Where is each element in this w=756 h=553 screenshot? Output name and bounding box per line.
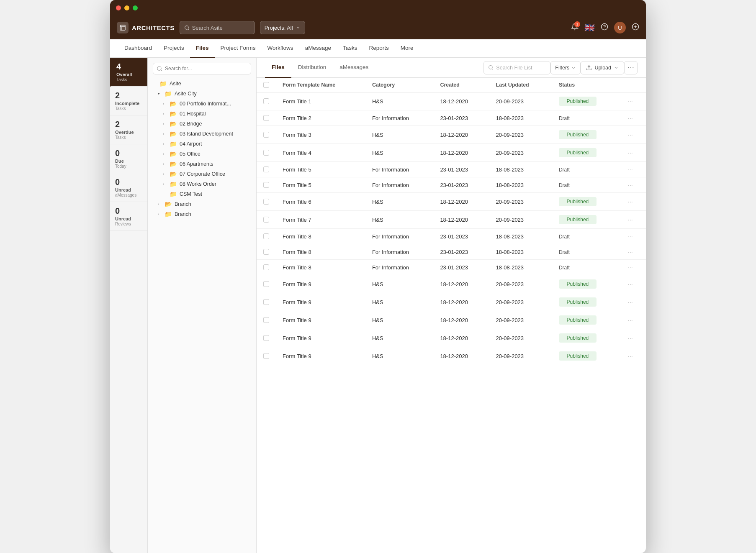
task-unread-rev-sub: Reviews xyxy=(115,222,142,226)
row-checkbox[interactable] xyxy=(263,281,269,287)
cell-updated: 20-09-2023 xyxy=(489,144,552,162)
nav-projects[interactable]: Projects xyxy=(158,39,190,58)
global-search[interactable]: Search Asite xyxy=(180,21,255,34)
tab-distribution[interactable]: Distribution xyxy=(291,58,333,78)
tree-item-branch2[interactable]: › 📁 Branch xyxy=(148,209,256,219)
row-menu-button[interactable]: ··· xyxy=(628,216,633,223)
tab-files[interactable]: Files xyxy=(265,58,291,78)
row-checkbox[interactable] xyxy=(263,317,269,323)
row-menu-button[interactable]: ··· xyxy=(628,299,633,305)
row-menu-button[interactable]: ··· xyxy=(628,281,633,287)
task-incomplete[interactable]: 2 Incomplete Tasks xyxy=(110,87,147,115)
row-menu-button[interactable]: ··· xyxy=(628,115,633,121)
row-checkbox[interactable] xyxy=(263,249,269,255)
language-flag[interactable]: 🇬🇧 xyxy=(584,23,595,33)
tree-item-bridge[interactable]: › 📂 02 Bridge xyxy=(148,119,256,129)
upload-button[interactable]: Upload xyxy=(581,61,624,74)
task-due[interactable]: 0 Due Today xyxy=(110,144,147,173)
task-unread-msg-sub: aMessages xyxy=(115,193,142,197)
tree-item-csm[interactable]: 📁 CSM Test xyxy=(148,189,256,199)
tree-item-portfolio[interactable]: › 📂 00 Portfolio Informat... xyxy=(148,99,256,109)
minimize-button[interactable] xyxy=(124,5,129,10)
task-unread-msg-count: 0 xyxy=(115,177,142,187)
nav-more[interactable]: More xyxy=(395,39,419,58)
tree-item-label: 00 Portfolio Informat... xyxy=(180,101,231,107)
status-badge: Published xyxy=(559,97,597,106)
row-checkbox[interactable] xyxy=(263,150,269,156)
tree-item-apartments[interactable]: › 📂 06 Apartments xyxy=(148,159,256,169)
tree-item-hospital[interactable]: › 📂 01 Hospital xyxy=(148,109,256,119)
row-checkbox[interactable] xyxy=(263,217,269,223)
more-options-button[interactable]: ⋯ xyxy=(624,61,638,74)
row-menu-button[interactable]: ··· xyxy=(628,317,633,323)
tree-item-asite-city[interactable]: ▾ 📁 Asite City xyxy=(148,89,256,99)
tree-item-office[interactable]: › 📂 05 Office xyxy=(148,149,256,159)
cell-updated: 18-08-2023 xyxy=(489,162,552,177)
tree-item-works-order[interactable]: › 📁 08 Works Order xyxy=(148,179,256,189)
nav-dashboard[interactable]: Dashboard xyxy=(118,39,158,58)
nav-workflows[interactable]: Workflows xyxy=(262,39,299,58)
task-overdue[interactable]: 2 Overdue Tasks xyxy=(110,115,147,144)
task-unread-reviews[interactable]: 0 Unread Reviews xyxy=(110,202,147,231)
row-checkbox[interactable] xyxy=(263,335,269,341)
row-menu-button[interactable]: ··· xyxy=(628,248,633,255)
row-menu-button[interactable]: ··· xyxy=(628,149,633,156)
row-checkbox[interactable] xyxy=(263,264,269,270)
help-icon[interactable] xyxy=(601,23,608,32)
cell-category: H&S xyxy=(365,329,433,347)
nav-amessage[interactable]: aMessage xyxy=(299,39,337,58)
task-unread-rev-label: Unread xyxy=(115,216,142,221)
tree-item-island[interactable]: › 📂 03 Island Development xyxy=(148,129,256,139)
tree-item-asite[interactable]: 📁 Asite xyxy=(148,79,256,89)
tree-search-input[interactable] xyxy=(153,63,251,74)
task-overall[interactable]: 4 Overall Tasks xyxy=(110,58,147,87)
project-selector[interactable]: Projects: All xyxy=(260,21,305,34)
notification-icon[interactable]: 1 xyxy=(571,23,579,32)
row-checkbox[interactable] xyxy=(263,199,269,205)
file-search[interactable]: Search File List xyxy=(483,61,550,74)
row-menu-button[interactable]: ··· xyxy=(628,353,633,359)
tab-amessages[interactable]: aMessages xyxy=(333,58,375,78)
row-menu-button[interactable]: ··· xyxy=(628,166,633,173)
tree-item-airport[interactable]: › 📁 04 Airport xyxy=(148,139,256,149)
select-all-checkbox[interactable] xyxy=(263,82,269,88)
nav-files[interactable]: Files xyxy=(190,39,215,58)
nav-reports[interactable]: Reports xyxy=(363,39,394,58)
row-checkbox[interactable] xyxy=(263,233,269,239)
cell-status: Draft xyxy=(552,260,621,275)
row-checkbox[interactable] xyxy=(263,299,269,305)
nav-tasks[interactable]: Tasks xyxy=(337,39,363,58)
row-checkbox[interactable] xyxy=(263,132,269,138)
tree-item-corporate[interactable]: › 📂 07 Corporate Office xyxy=(148,169,256,179)
status-badge: Published xyxy=(559,148,597,157)
row-menu-button[interactable]: ··· xyxy=(628,98,633,105)
settings-icon[interactable] xyxy=(632,23,639,32)
cell-form-name: Form Title 9 xyxy=(276,275,365,293)
row-menu-button[interactable]: ··· xyxy=(628,182,633,188)
maximize-button[interactable] xyxy=(133,5,138,10)
cell-form-name: Form Title 1 xyxy=(276,92,365,110)
cell-updated: 18-08-2023 xyxy=(489,110,552,126)
task-due-sub: Today xyxy=(115,164,142,169)
row-menu-button[interactable]: ··· xyxy=(628,335,633,341)
table-row: Form Title 6 H&S 18-12-2020 20-09-2023 P… xyxy=(257,193,646,211)
row-checkbox[interactable] xyxy=(263,166,269,172)
close-button[interactable] xyxy=(116,5,121,10)
nav-project-forms[interactable]: Project Forms xyxy=(215,39,262,58)
user-avatar[interactable]: U xyxy=(614,22,626,33)
row-menu-button[interactable]: ··· xyxy=(628,233,633,240)
row-menu-button[interactable]: ··· xyxy=(628,198,633,205)
tree-item-label: 02 Bridge xyxy=(180,121,202,127)
row-checkbox[interactable] xyxy=(263,182,269,188)
row-menu-button[interactable]: ··· xyxy=(628,264,633,271)
row-checkbox[interactable] xyxy=(263,353,269,359)
cell-form-name: Form Title 6 xyxy=(276,193,365,211)
task-unread-messages[interactable]: 0 Unread aMessages xyxy=(110,173,147,202)
cell-updated: 18-08-2023 xyxy=(489,229,552,244)
tree-item-branch1[interactable]: › 📂 Branch xyxy=(148,199,256,209)
chevron-right-icon: › xyxy=(163,162,168,166)
row-checkbox[interactable] xyxy=(263,98,269,104)
filters-button[interactable]: Filters xyxy=(550,61,581,74)
row-checkbox[interactable] xyxy=(263,115,269,121)
row-menu-button[interactable]: ··· xyxy=(628,131,633,138)
